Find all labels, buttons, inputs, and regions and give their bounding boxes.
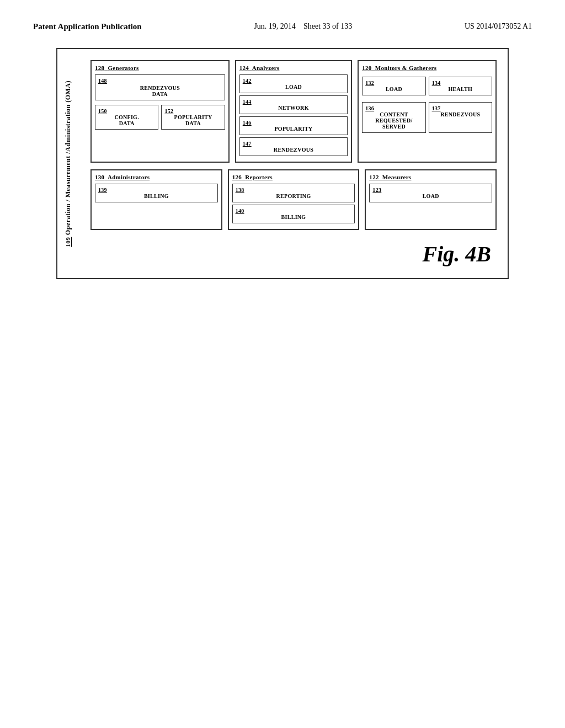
rendezvous-data-box: 148 RendezvousData <box>95 74 225 100</box>
publication-number: US 2014/0173052 A1 <box>465 22 532 31</box>
top-row: 128 Generators 148 RendezvousData 150 Co… <box>90 60 497 163</box>
main-diagram: 109 Operation / Measurement /Administrat… <box>56 48 509 279</box>
load-analyzer-box: 142 Load <box>239 74 348 93</box>
load-measurer-box: 123 Load <box>369 184 492 202</box>
publication-title: Patent Application Publication <box>33 22 142 31</box>
billing-reporter-box: 140 Billing <box>232 205 355 223</box>
reporters-label: 126 Reporters <box>232 174 355 180</box>
analyzers-label: 124 Analyzers <box>239 65 348 71</box>
oma-label: 109 Operation / Measurement /Administrat… <box>64 81 72 247</box>
publication-sheet: Sheet 33 of 133 <box>303 22 352 30</box>
rendezvous-monitor-box: 137 Rendezvous <box>429 102 492 133</box>
reporting-box: 138 Reporting <box>232 184 355 202</box>
health-monitor-box: 134 Health <box>429 77 492 95</box>
rendezvous-analyzer-box: 147 Rendezvous <box>239 137 348 156</box>
popularity-analyzer-box: 146 Popularity <box>239 116 348 135</box>
config-data-box: 150 Config.Data <box>95 105 158 130</box>
network-analyzer-box: 144 Network <box>239 95 348 114</box>
measurers-label: 122 Measurers <box>369 174 492 180</box>
analyzers-section: 124 Analyzers 142 Load 144 Network 146 P… <box>235 60 352 163</box>
bottom-row: 130 Administrators 139 Billing 126 Repor… <box>90 169 497 230</box>
reporters-section: 126 Reporters 138 Reporting 140 Billing <box>228 169 360 230</box>
measurers-section: 122 Measurers 123 Load <box>365 169 497 230</box>
administrators-section: 130 Administrators 139 Billing <box>90 169 222 230</box>
page-header: Patent Application Publication Jun. 19, … <box>33 22 532 31</box>
page: Patent Application Publication Jun. 19, … <box>0 0 565 728</box>
monitors-label: 120 Monitors & Gatherers <box>362 65 492 71</box>
generators-label: 128 Generators <box>95 65 225 71</box>
load-monitor-box: 132 Load <box>362 77 425 95</box>
generators-section: 128 Generators 148 RendezvousData 150 Co… <box>90 60 230 163</box>
fig-label: Fig. 4B <box>423 242 491 266</box>
administrators-label: 130 Administrators <box>95 174 218 180</box>
popularity-data-box: 152 PopularityData <box>161 105 225 130</box>
publication-date: Jun. 19, 2014 <box>254 22 295 30</box>
fig-label-container: Fig. 4B <box>68 241 491 267</box>
publication-date-sheet: Jun. 19, 2014 Sheet 33 of 133 <box>254 22 352 31</box>
billing-admin-box: 139 Billing <box>95 184 218 202</box>
monitors-section: 120 Monitors & Gatherers 132 Load 134 He… <box>358 60 497 163</box>
content-monitor-box: 136 ContentRequested/Served <box>362 102 425 133</box>
